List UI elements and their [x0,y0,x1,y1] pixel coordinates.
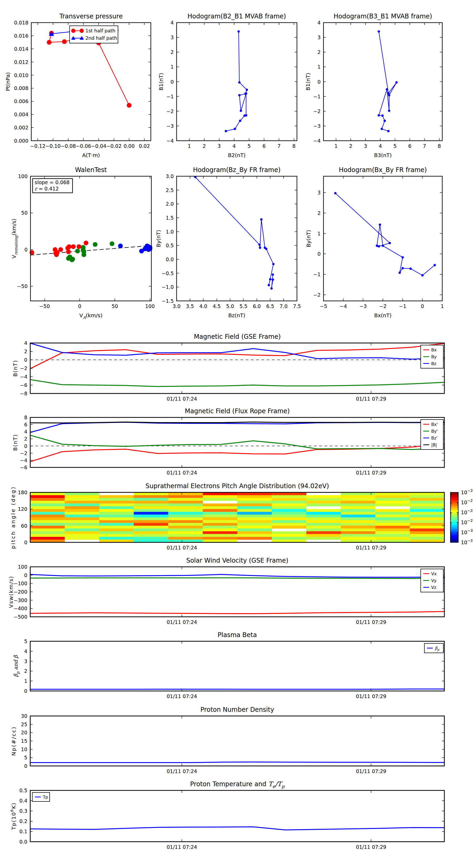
y-tick-label: 0.002 [14,125,28,130]
hodogram-bx-by-plot: −5−4−3−2−101−2−10123Hodogram(Bx_By FR fr… [324,176,442,301]
y-tick-label: 4 [24,340,27,346]
svg-text:r = 0.412: r = 0.412 [35,186,59,191]
x-tick-label: 1 [188,143,191,149]
x-axis-label: Bz(nT) [228,312,245,318]
y-tick-label: −4 [313,138,320,144]
y-tick-label: 2 [171,49,174,55]
axes-frame [31,176,151,301]
y-tick-label: 0.018 [14,20,28,26]
y-axis-label: By(nT) [155,230,162,247]
x-tick-label: 5.5 [239,303,247,309]
y-tick-label: 4 [317,20,320,26]
y-axis-label: Vremaining(km/s) [11,219,19,258]
x-axis-label: B2(nT) [228,152,246,158]
svg-text:slope = 0.068: slope = 0.068 [35,179,70,185]
pitch-angle-heatmap-panel: 01/11 07:2401/11 07:29060120180Suprather… [30,492,444,542]
plot-title: WalenTest [75,166,107,174]
y-tick-label: 5 [24,755,27,761]
x-tick-label: 8 [293,143,296,149]
pitch-angle-colorbar: 10−2610−2710−2810−2910−3010−31 [450,492,458,542]
y-tick-label: 15 [21,738,27,744]
y-tick-label: 2.0 [166,201,174,207]
y-tick-label: −100 [14,581,27,586]
bfield-flux-rope-panel: 01/11 07:2401/11 07:29−6−4−202468Magneti… [30,417,444,467]
x-tick-label: 3.0 [173,303,180,309]
x-tick-label: 2 [203,143,206,149]
y-tick-label: 0 [24,688,27,694]
x-tick-label: 3 [364,143,367,149]
x-tick-label: −5 [320,303,327,309]
x-tick-label: 100 [145,303,155,309]
y-tick-label: 0 [25,247,28,252]
y-tick-label: 4 [171,20,174,26]
axes-frame [324,23,442,141]
transverse-pressure-svg: −0.12−0.10−0.08−0.06−0.04−0.020.000.020.… [31,23,151,141]
x-tick-label: 6 [263,143,266,149]
y-tick-label: 0 [24,572,27,578]
x-tick-label: 4 [379,143,382,149]
series-np [30,762,444,763]
x-axis-label: Bx(nT) [374,312,392,318]
plot-title: Plasma Beta [217,631,257,639]
svg-text:|B|: |B| [431,442,437,447]
x-tick-label: 01/11 07:24 [167,768,197,774]
axes-frame [324,176,442,301]
legend: VxVyVz [421,569,443,592]
y-axis-label: Tp(106K) [10,802,17,830]
x-tick-label: 01/11 07:24 [167,844,197,850]
x-axis-label: B3(nT) [374,152,392,158]
x-tick-label: 01/11 07:29 [356,844,386,850]
y-tick-label: 0 [24,357,27,363]
y-tick-label: 0.1 [20,829,27,834]
bfield-gse-svg: 01/11 07:2401/11 07:29−8−6−4−2024Magneti… [30,343,444,394]
series-by [30,379,444,386]
x-tick-label: 4.5 [213,303,221,309]
series-beta-p [30,689,444,689]
y-tick-label: 100 [18,564,27,570]
plot-title: Suprathermal Electrons Pitch Angle Distr… [145,483,329,490]
y-tick-label: 0 [24,763,27,769]
y-axis-label: B1(nT) [158,73,164,91]
series-vz [30,575,444,577]
svg-text:10−29: 10−29 [461,519,473,525]
plasma-beta-svg: 01/11 07:2401/11 07:29012345Plasma Betaβ… [30,641,444,691]
legend: Bx'By'Bz'|B| [421,420,443,450]
y-tick-label: −2 [20,450,27,456]
x-tick-label: 01/11 07:29 [356,470,386,475]
x-tick-label: 8 [438,143,441,149]
solar-wind-velocity-panel: 01/11 07:2401/11 07:29−500−400−300−200−1… [30,567,444,617]
hodogram-bx-by-svg: −5−4−3−2−101−2−10123Hodogram(Bx_By FR fr… [324,176,442,301]
svg-text:10−26: 10−26 [461,489,473,495]
x-tick-label: 7.0 [280,303,288,309]
plot-title: Hodogram(B3_B1 MVAB frame) [334,12,432,20]
x-tick-label: 0 [421,303,424,309]
series-bx [30,343,444,369]
y-tick-label: 0.5 [20,787,27,793]
x-tick-label: 01/11 07:24 [167,470,197,475]
y-axis-label: βp and β [12,655,20,677]
y-tick-label: 3 [24,658,27,664]
x-tick-label: −0.04 [91,143,106,149]
proton-density-panel: 01/11 07:2401/11 07:29051015202530Proton… [30,716,444,766]
y-tick-label: 6 [24,422,27,427]
svg-text:By: By [431,354,437,359]
x-tick-label: −0.12 [30,143,45,149]
y-tick-label: 0.0 [166,256,174,262]
x-axis-label: VA(km/s) [79,312,102,319]
y-tick-label: 5 [24,639,27,644]
svg-text:10−30: 10−30 [461,528,473,535]
solar-wind-velocity-svg: 01/11 07:2401/11 07:29−500−400−300−200−1… [30,567,444,617]
series-vy [30,578,444,579]
plot-title: Hodogram(B2_B1 MVAB frame) [188,12,286,20]
series-b2-b1-path [225,30,248,132]
y-tick-label: −400 [14,606,27,611]
axes-frame [30,716,444,766]
y-tick-label: 20 [21,730,27,736]
x-tick-label: −3 [360,303,367,309]
y-axis-label: B(nT) [12,360,19,377]
y-tick-label: 1.5 [166,215,174,221]
axes-frame [30,790,444,842]
x-tick-label: 6 [408,143,411,149]
y-axis-label: B1(nT) [305,73,311,91]
plot-title: Magnetic Field (GSE Frame) [194,333,281,340]
